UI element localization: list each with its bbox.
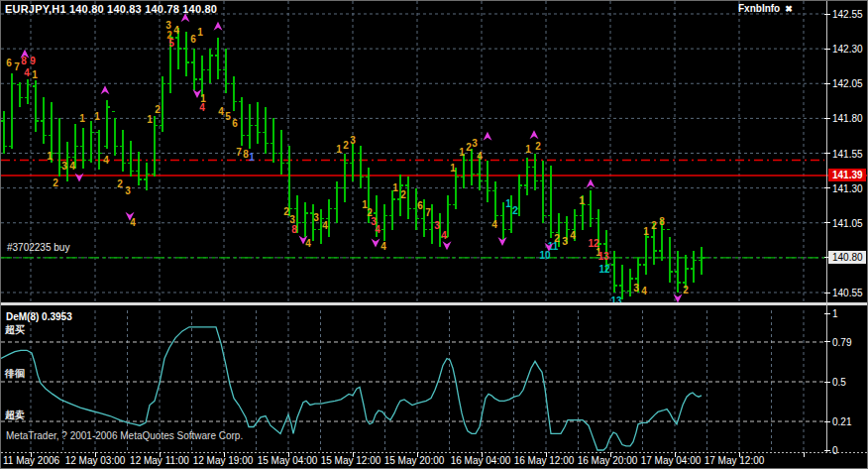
time-tick-label: 17 May 12:00 (705, 455, 765, 466)
dem-tick-label: 1 (832, 308, 838, 319)
dem-tick-label: 0.79 (832, 337, 851, 348)
count-number: 2 (535, 141, 541, 152)
order-label[interactable]: #3702235 buy (7, 243, 69, 253)
arrow-down-icon (75, 173, 84, 181)
count-number: 4 (441, 230, 447, 241)
count-number: 3 (633, 283, 639, 293)
time-tick-label: 12 May 19:00 (193, 455, 254, 466)
count-number: 1 (450, 163, 456, 174)
count-number: 1 (336, 144, 342, 155)
copyright-text: MetaTrader, ? 2001-2006 MetaQuotes Softw… (6, 431, 243, 441)
count-number: 4 (641, 286, 647, 296)
time-tick-label: 15 May 04:00 (258, 455, 318, 466)
chart-title: EURJPY,H1 140.80 140.83 140.78 140.80 (5, 4, 217, 15)
count-number: 1 (459, 147, 465, 158)
count-number: 4 (130, 217, 136, 228)
overbought-label: 超买 (5, 325, 25, 335)
dem-indicator-title: DeM(8) 0.3953 (6, 312, 72, 322)
close-icon[interactable]: ✖ (785, 5, 793, 14)
count-number: 4 (477, 151, 483, 162)
count-number: 2 (343, 140, 349, 151)
signal-arrows (21, 13, 683, 302)
count-number: 1 (392, 182, 398, 193)
time-tick-label: 17 May 04:00 (641, 455, 702, 466)
count-number: 4 (103, 155, 109, 166)
count-number: 4 (380, 241, 386, 252)
count-number: 3 (61, 161, 67, 172)
count-number: 1 (643, 226, 649, 237)
dem-level-lines (1, 342, 824, 421)
arrow-up-icon (484, 132, 492, 141)
time-tick-label: 15 May 12:00 (321, 455, 381, 466)
count-number: 6 (232, 118, 238, 129)
mt4-chart-window: 6789411234114234123425611445678123843412… (0, 0, 868, 469)
price-tick-label: 140.55 (832, 288, 863, 298)
price-tick-label: 141.80 (832, 113, 863, 124)
indicator-badge-label: FxnbInfo (738, 4, 780, 14)
count-number: 1 (197, 27, 203, 38)
time-tick-label: 15 May 20:00 (384, 455, 445, 466)
price-tick-label: 141.55 (832, 149, 863, 160)
price-tick-label: 141.05 (832, 218, 863, 229)
count-number: 3 (125, 185, 131, 196)
count-number: 1 (579, 195, 585, 206)
count-number: 4 (491, 219, 497, 230)
count-number: 2 (554, 233, 560, 244)
count-number: 1 (525, 144, 531, 155)
count-number: 7 (14, 61, 20, 72)
count-number: 7 (425, 207, 431, 218)
count-number: 4 (218, 106, 224, 117)
count-number: 3 (313, 212, 319, 223)
panel-splitter (1, 302, 868, 305)
count-number: 3 (472, 138, 478, 149)
count-number: 13 (597, 251, 609, 262)
price-tick-label: 142.05 (832, 78, 863, 89)
count-number: 9 (30, 56, 36, 66)
count-number: 8 (21, 56, 27, 66)
grid (1, 1, 824, 451)
arrow-up-icon (587, 178, 596, 187)
middle-zone-label: 徘徊 (5, 369, 25, 379)
arrow-up-icon (101, 85, 110, 94)
count-number: 2 (155, 104, 161, 115)
count-number: 8 (659, 216, 665, 227)
count-number: 4 (375, 224, 380, 235)
price-tick-label: 142.55 (832, 9, 863, 20)
count-number: 2 (683, 285, 689, 295)
count-number: 12 (598, 264, 610, 275)
arrow-up-icon (214, 22, 223, 31)
count-number: 2 (400, 189, 406, 200)
count-number: 3 (434, 220, 440, 231)
price-tick-label: 141.30 (832, 183, 863, 194)
time-tick-label: 16 May 12:00 (514, 455, 575, 466)
count-number: 1 (79, 113, 85, 124)
count-number: 2 (117, 178, 123, 189)
count-number: 2 (512, 205, 518, 216)
count-number: 2 (53, 177, 58, 188)
count-number: 3 (350, 135, 356, 146)
count-number: 6 (417, 200, 423, 211)
count-number: 4 (173, 25, 179, 36)
count-number: 4 (305, 238, 311, 249)
count-number: 1 (94, 111, 100, 122)
count-number: 4 (322, 220, 328, 231)
count-number: 5 (225, 111, 231, 122)
count-number: 4 (570, 230, 576, 241)
count-number: 3 (562, 236, 568, 247)
count-number: 6 (6, 58, 12, 68)
price-tick-label: 142.30 (832, 44, 863, 55)
indicator-badge: FxnbInfo ✖ (738, 4, 793, 14)
count-number: 1 (32, 69, 38, 80)
count-number: 8 (291, 224, 297, 235)
time-tick-label: 16 May 20:00 (578, 455, 638, 466)
count-number: 4 (199, 102, 205, 113)
arrow-up-icon (530, 130, 539, 139)
marked-price-label: 140.80 (828, 251, 866, 264)
count-number: 4 (24, 67, 30, 78)
arrow-down-icon (443, 241, 452, 250)
count-number: 4 (69, 161, 75, 172)
dem-tick-label: 0.21 (832, 416, 851, 427)
count-number: 1 (47, 151, 53, 162)
dem-tick-label: 0 (832, 445, 838, 456)
count-number: 7 (236, 147, 242, 158)
